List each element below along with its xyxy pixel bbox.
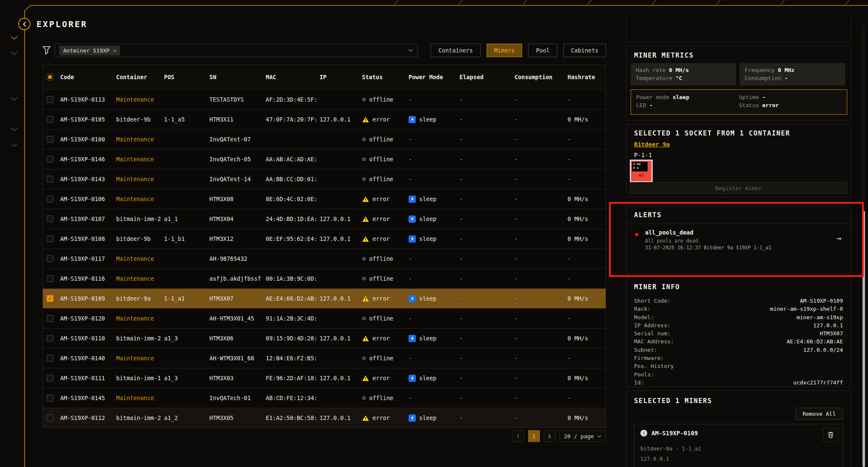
tag-close-icon[interactable]: × <box>113 47 117 54</box>
row-checkbox[interactable] <box>47 355 53 362</box>
table-row[interactable]: AM-S19XP-0100 Maintenance InvQATest-07 ⊘… <box>43 129 606 149</box>
status-text: error <box>373 196 390 202</box>
row-checkbox[interactable] <box>47 335 53 342</box>
cell-ip <box>316 348 359 368</box>
remove-all-button[interactable]: Remove All <box>796 408 843 420</box>
table-row[interactable]: AM-S19XP-0112 bitmain-imm-2 a1_2 HTM3X05… <box>43 408 606 428</box>
sleep-icon <box>409 196 416 203</box>
table-row[interactable]: AM-S19XP-0105 bitdeer-9b 1-1_a5 HTM3X11 … <box>43 109 606 129</box>
bolt-icon <box>410 336 415 341</box>
column-header-power: Power Mode <box>405 65 456 89</box>
filter-tag[interactable]: Antminer S19XP × <box>59 46 120 55</box>
cell-power-mode: - <box>405 169 456 189</box>
socket-tile[interactable]: 0 KW 0 A a1 <box>630 160 653 182</box>
table-row[interactable]: AM-S19XP-0107 bitmain-imm-2 a1_1 HTM3X04… <box>43 209 606 229</box>
table-row[interactable]: AM-S19XP-0116 Maintenance asfjb.akdjfbss… <box>43 268 606 288</box>
cell-consumption: - <box>511 90 564 109</box>
cell-hashrate: - <box>564 388 606 408</box>
cell-container: Maintenance <box>113 249 161 268</box>
chevron-down-icon[interactable] <box>11 36 18 40</box>
scrolled-card-partial <box>626 17 851 42</box>
row-checkbox[interactable] <box>47 136 53 143</box>
row-checkbox[interactable] <box>47 235 53 242</box>
table-row[interactable]: ✓ AM-S19XP-0109 bitdeer-9a 1-1_a1 HTM3X0… <box>43 288 606 308</box>
table-row[interactable]: AM-S19XP-0117 Maintenance AH-98765432 ⊘o… <box>43 249 606 268</box>
cell-power-mode: sleep <box>405 368 456 388</box>
row-checkbox[interactable]: ✓ <box>47 295 53 302</box>
bolt-icon <box>410 236 415 241</box>
status-text: error <box>373 414 390 421</box>
cell-sn: HTM3X04 <box>206 209 262 229</box>
alert-timestamp: 31-07-2025 16:12:37 Bitdeer 9a S19XP 1-1… <box>645 245 771 251</box>
table-row[interactable]: AM-S19XP-0113 Maintenance TESTASTDYS AF:… <box>43 89 606 109</box>
cell-container: bitdeer-9b <box>113 229 161 249</box>
offline-icon: ⊘ <box>362 176 366 182</box>
row-checkbox[interactable] <box>47 196 53 202</box>
next-page-button[interactable] <box>544 430 556 442</box>
cell-ip: 127.0.0.1 <box>316 209 359 229</box>
row-checkbox[interactable] <box>47 315 53 322</box>
table-row[interactable]: AM-S19XP-0143 Maintenance InvQATest-14 A… <box>43 169 606 189</box>
row-checkbox[interactable] <box>47 116 53 123</box>
filter-select[interactable]: Antminer S19XP × <box>55 44 418 57</box>
cell-elapsed: - <box>456 169 511 189</box>
page-size-select[interactable]: 20 / page <box>559 430 606 442</box>
tab-cabinets[interactable]: Cabinets <box>563 44 606 57</box>
row-checkbox[interactable] <box>47 255 53 262</box>
row-checkbox[interactable] <box>47 414 53 421</box>
table-row[interactable]: AM-S19XP-0110 bitmain-imm-2 a1_3 HTM3X06… <box>43 328 606 348</box>
chevron-down-icon[interactable] <box>11 143 18 147</box>
register-miner-button[interactable]: Register miner <box>630 182 847 194</box>
row-checkbox[interactable] <box>47 176 53 182</box>
cell-status: ⊘offline <box>359 348 405 368</box>
scrollbar-thumb[interactable] <box>862 211 865 467</box>
socket-position-label: P-1-1 <box>634 152 652 158</box>
cell-consumption: - <box>511 289 564 308</box>
select-all-checkbox[interactable] <box>47 74 53 80</box>
sleep-icon <box>409 414 416 422</box>
chevron-down-icon[interactable] <box>11 97 18 101</box>
cell-consumption: - <box>511 209 564 229</box>
cell-ip <box>316 130 359 149</box>
cell-elapsed: - <box>456 368 511 388</box>
table-row[interactable]: AM-S19XP-0120 Maintenance AH-HTM3X01_45 … <box>43 308 606 328</box>
cell-hashrate: - <box>564 249 606 268</box>
cell-hashrate: - <box>564 309 606 328</box>
alert-item[interactable]: ● all_pools_dead All pools are dead. 31-… <box>626 224 851 274</box>
cell-hashrate: 0 MH/s <box>564 229 606 249</box>
container-link[interactable]: Bitdeer 9a <box>634 141 670 148</box>
chevron-down-icon[interactable] <box>11 51 18 55</box>
back-button[interactable] <box>18 18 31 30</box>
row-checkbox[interactable] <box>47 395 53 401</box>
table-row[interactable]: AM-S19XP-0146 Maintenance InvQATech-05 A… <box>43 149 606 169</box>
prev-page-button[interactable] <box>512 430 524 442</box>
cell-code: AM-S19XP-0106 <box>57 189 113 209</box>
tab-containers[interactable]: Containers <box>431 44 480 57</box>
arrow-right-icon[interactable]: → <box>837 233 841 243</box>
cell-elapsed: - <box>456 329 511 348</box>
tab-miners[interactable]: Miners <box>487 44 523 57</box>
table-row[interactable]: AM-S19XP-0140 Maintenance AH-WTM3X01_68 … <box>43 348 606 368</box>
scrollbar-track <box>862 25 865 467</box>
row-checkbox[interactable] <box>47 96 53 103</box>
tab-pool[interactable]: Pool <box>528 44 557 57</box>
status-text: error <box>373 116 390 123</box>
row-checkbox[interactable] <box>47 216 53 222</box>
cell-mac: 47:0F:7A:20:7F:87 <box>262 110 316 129</box>
cell-container: bitmain-imm-2 <box>113 408 161 428</box>
table-row[interactable]: AM-S19XP-0145 Maintenance InvQATech-01 A… <box>43 388 606 408</box>
cell-pos <box>161 130 206 149</box>
table-row[interactable]: AM-S19XP-0111 bitmain-imm-1 a1_3 HTM3X03… <box>43 368 606 388</box>
table-row[interactable]: AM-S19XP-0108 bitdeer-9b 1-1_b1 HTM3X12 … <box>43 229 606 249</box>
row-checkbox[interactable] <box>47 375 53 381</box>
row-checkbox[interactable] <box>47 275 53 282</box>
chevron-down-icon[interactable] <box>11 127 18 131</box>
info-value: AE:E4:66:D2:AB:AE <box>787 337 843 345</box>
cell-sn: HTM3X07 <box>206 289 262 308</box>
hash-rate-value: 0 MH/s <box>669 67 689 73</box>
cell-status: ⊘offline <box>359 269 405 288</box>
page-number[interactable]: 1 <box>528 430 540 442</box>
table-row[interactable]: AM-S19XP-0106 Maintenance HTM3X08 8E:6D:… <box>43 189 606 209</box>
delete-miner-button[interactable] <box>823 428 838 442</box>
row-checkbox[interactable] <box>47 156 53 163</box>
